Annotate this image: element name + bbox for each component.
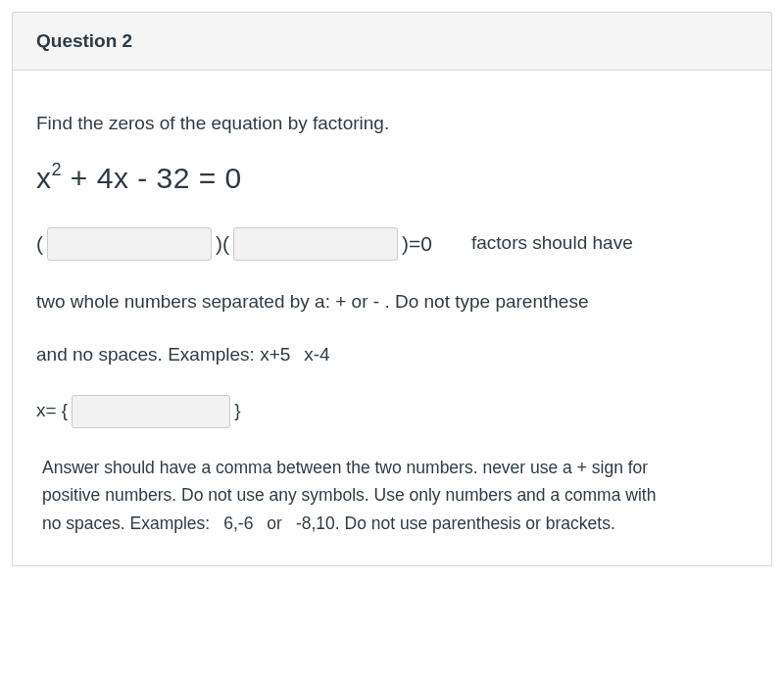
answer-note-3d: -8,10. Do not use parenthesis or bracket…: [296, 513, 615, 533]
question-card: Question 2 Find the zeros of the equatio…: [12, 12, 772, 566]
equation-rest: + 4x - 32 = 0: [62, 162, 242, 194]
factor-trail-text: factors should have: [471, 229, 633, 258]
question-header: Question 2: [13, 13, 771, 71]
answer-note-3b: 6,-6: [223, 513, 253, 533]
equation: x2 + 4x - 32 = 0: [36, 156, 748, 200]
x-close-brace: }: [234, 397, 240, 425]
paren-close-open: )(: [216, 228, 229, 260]
factor-1-input[interactable]: [47, 227, 212, 261]
hint-line-1: two whole numbers separated by a: + or -…: [36, 288, 748, 317]
solution-row: x= { }: [36, 395, 748, 428]
answer-note: Answer should have a comma between the t…: [36, 454, 748, 539]
answer-note-line-2: positive numbers. Do not use any symbols…: [42, 481, 748, 510]
equation-base: x: [36, 162, 52, 194]
equation-exponent: 2: [52, 160, 63, 179]
x-equals-label: x= {: [36, 397, 68, 425]
equals-zero: )=0: [402, 228, 432, 260]
solution-input[interactable]: [72, 395, 230, 428]
answer-note-line-3: no spaces. Examples:6,-6or-8,10. Do not …: [42, 510, 748, 538]
instruction-text: Find the zeros of the equation by factor…: [36, 110, 748, 138]
question-title: Question 2: [36, 30, 748, 52]
answer-note-line-1: Answer should have a comma between the t…: [42, 454, 748, 482]
hint-line-2: and no spaces. Examples: x+5x-4: [36, 341, 748, 369]
hint-line-2b: x-4: [304, 344, 329, 365]
question-body: Find the zeros of the equation by factor…: [13, 71, 771, 565]
answer-note-3a: no spaces. Examples:: [42, 513, 210, 533]
paren-open-1: (: [36, 228, 43, 260]
factor-2-input[interactable]: [233, 227, 398, 261]
hint-line-2a: and no spaces. Examples: x+5: [36, 344, 290, 365]
answer-note-3c: or: [267, 513, 282, 533]
factor-row: ( )( )=0 factors should have: [36, 227, 748, 261]
